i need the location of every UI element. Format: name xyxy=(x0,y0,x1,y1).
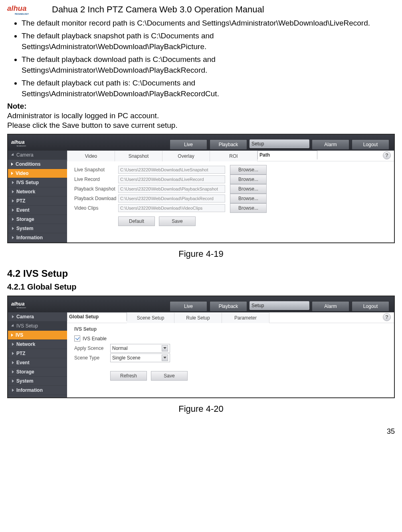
nav-alarm-button[interactable]: Alarm xyxy=(312,139,349,150)
sidebar-item-ivs-setup[interactable]: IVS Setup xyxy=(8,322,67,331)
sidebar-item-storage[interactable]: Storage xyxy=(8,215,67,224)
sidebar-nav: Camera IVS Setup IVS Network PTZ Event S… xyxy=(8,312,67,397)
tab-rule-setup[interactable]: Rule Setup xyxy=(174,312,222,323)
tab-global-setup[interactable]: Global Setup xyxy=(67,312,127,322)
page-number: 35 xyxy=(387,427,395,436)
nav-live-button[interactable]: Live xyxy=(170,139,207,150)
list-item: The default monitor record path is C:\Do… xyxy=(22,18,395,29)
path-input[interactable]: C:\Users\23220\WebDownload\VideoClips xyxy=(118,204,225,212)
path-input[interactable]: C:\Users\23220\WebDownload\PlaybackRecor… xyxy=(118,195,225,202)
sidebar-item-ivs[interactable]: IVS xyxy=(8,331,67,340)
svg-text:TECHNOLOGY: TECHNOLOGY xyxy=(16,145,26,147)
help-icon[interactable]: ? xyxy=(383,313,391,321)
nav-live-button[interactable]: Live xyxy=(170,301,207,312)
nav-setup-button[interactable]: Setup xyxy=(250,139,309,148)
scene-type-label: Scene Type xyxy=(74,355,110,361)
browse-button[interactable]: Browse... xyxy=(230,175,267,184)
note-line: Administrator is locally logged in PC ac… xyxy=(7,111,395,120)
path-row: Playback Download C:\Users\23220\WebDown… xyxy=(74,194,387,203)
path-row: Video Clips C:\Users\23220\WebDownload\V… xyxy=(74,204,387,212)
sidebar-item-ptz[interactable]: PTZ xyxy=(8,197,67,206)
browse-button[interactable]: Browse... xyxy=(230,184,267,194)
bullet-list: The default monitor record path is C:\Do… xyxy=(22,18,395,99)
tab-scene-setup[interactable]: Scene Setup xyxy=(127,312,174,323)
content-tabs: Global Setup Scene Setup Rule Setup Para… xyxy=(67,312,394,323)
save-button[interactable]: Save xyxy=(159,216,196,226)
help-icon[interactable]: ? xyxy=(383,151,391,159)
sidebar-item-information[interactable]: Information xyxy=(8,386,67,395)
browse-button[interactable]: Browse... xyxy=(230,194,267,203)
path-label: Live Record xyxy=(74,177,118,182)
tab-snapshot[interactable]: Snapshot xyxy=(115,151,162,161)
tab-path[interactable]: Path xyxy=(257,151,317,160)
apply-scene-row: Apply Scence Normal xyxy=(74,344,387,353)
path-input[interactable]: C:\Users\23220\WebDownload\PlaybackSnaps… xyxy=(118,185,225,193)
nav-alarm-button[interactable]: Alarm xyxy=(312,301,349,312)
tab-overlay[interactable]: Overlay xyxy=(162,151,210,161)
brand-logo-icon: alhuaTECHNOLOGY xyxy=(11,300,44,312)
save-button[interactable]: Save xyxy=(151,371,188,381)
note-line: Please click the Save button to save cur… xyxy=(7,121,395,130)
tab-video[interactable]: Video xyxy=(67,151,115,161)
list-item: The default playback cut path is: C:\Doc… xyxy=(22,77,395,99)
default-button[interactable]: Default xyxy=(118,216,155,226)
screenshot-path-settings: alhuaTECHNOLOGY Live Playback Setup Alar… xyxy=(7,134,395,243)
sidebar-item-camera[interactable]: Camera xyxy=(8,312,67,322)
browse-button[interactable]: Browse... xyxy=(230,165,267,175)
path-label: Video Clips xyxy=(74,205,118,211)
path-row: Live Snapshot C:\Users\23220\WebDownload… xyxy=(74,165,387,174)
app-topbar: alhuaTECHNOLOGY Live Playback Setup Alar… xyxy=(8,135,394,151)
sidebar-item-system[interactable]: System xyxy=(8,377,67,386)
nav-logout-button[interactable]: Logout xyxy=(352,139,389,150)
brand-logo-icon: alhuaTECHNOLOGY xyxy=(7,4,47,15)
tab-parameter[interactable]: Parameter xyxy=(222,312,269,323)
browse-button[interactable]: Browse... xyxy=(230,203,267,213)
subsection-heading: 4.2.1 Global Setup xyxy=(7,282,395,292)
sidebar-item-camera[interactable]: Camera xyxy=(8,151,67,160)
sidebar-item-storage[interactable]: Storage xyxy=(8,367,67,377)
sidebar-item-ivs-setup[interactable]: IVS Setup xyxy=(8,178,67,187)
svg-text:alhua: alhua xyxy=(11,301,25,307)
sidebar-item-system[interactable]: System xyxy=(8,224,67,233)
list-item: The default playback snapshot path is C:… xyxy=(22,30,395,52)
path-input[interactable]: C:\Users\23220\WebDownload\LiveRecord xyxy=(118,175,225,183)
sidebar-nav: Camera Conditions Video IVS Setup Networ… xyxy=(8,151,67,242)
scene-type-row: Scene Type Single Scene xyxy=(74,353,387,362)
nav-playback-button[interactable]: Playback xyxy=(210,139,247,150)
enable-row: IVS Enable xyxy=(74,334,387,343)
sidebar-item-event[interactable]: Event xyxy=(8,358,67,367)
sidebar-item-event[interactable]: Event xyxy=(8,206,67,215)
sidebar-item-video[interactable]: Video xyxy=(8,169,67,178)
nav-playback-button[interactable]: Playback xyxy=(210,301,247,312)
refresh-button[interactable]: Refresh xyxy=(110,371,147,381)
sidebar-item-network[interactable]: Network xyxy=(8,187,67,197)
path-label: Live Snapshot xyxy=(74,167,118,173)
svg-text:TECHNOLOGY: TECHNOLOGY xyxy=(16,307,26,309)
path-label: Playback Download xyxy=(74,196,118,201)
sidebar-item-ptz[interactable]: PTZ xyxy=(8,349,67,358)
figure-caption: Figure 4-19 xyxy=(7,249,395,259)
ivs-enable-checkbox[interactable] xyxy=(74,335,80,341)
chevron-down-icon xyxy=(162,345,168,351)
chevron-down-icon xyxy=(162,355,168,361)
section-title: IVS Setup xyxy=(74,326,387,332)
apply-scene-select[interactable]: Normal xyxy=(110,344,170,353)
nav-logout-button[interactable]: Logout xyxy=(352,301,389,312)
apply-scene-value: Normal xyxy=(112,345,128,351)
sidebar-item-information[interactable]: Information xyxy=(8,233,67,242)
path-row: Playback Snapshot C:\Users\23220\WebDown… xyxy=(74,185,387,193)
figure-caption: Figure 4-20 xyxy=(7,404,395,414)
page-header: alhuaTECHNOLOGY Dahua 2 Inch PTZ Camera … xyxy=(7,4,395,15)
app-topbar: alhuaTECHNOLOGY Live Playback Setup Alar… xyxy=(8,296,394,312)
sidebar-item-network[interactable]: Network xyxy=(8,340,67,349)
nav-setup-button[interactable]: Setup xyxy=(250,301,309,310)
path-input[interactable]: C:\Users\23220\WebDownload\LiveSnapshot xyxy=(118,166,225,174)
screenshot-ivs-global-setup: alhuaTECHNOLOGY Live Playback Setup Alar… xyxy=(7,296,395,398)
sidebar-item-conditions[interactable]: Conditions xyxy=(8,160,67,169)
scene-type-select[interactable]: Single Scene xyxy=(110,353,170,362)
svg-text:alhua: alhua xyxy=(7,4,26,12)
tab-roi[interactable]: ROI xyxy=(210,151,257,161)
section-heading: 4.2 IVS Setup xyxy=(7,268,395,279)
note-heading: Note: xyxy=(7,102,395,111)
page-title: Dahua 2 Inch PTZ Camera Web 3.0 Operatio… xyxy=(52,4,264,15)
